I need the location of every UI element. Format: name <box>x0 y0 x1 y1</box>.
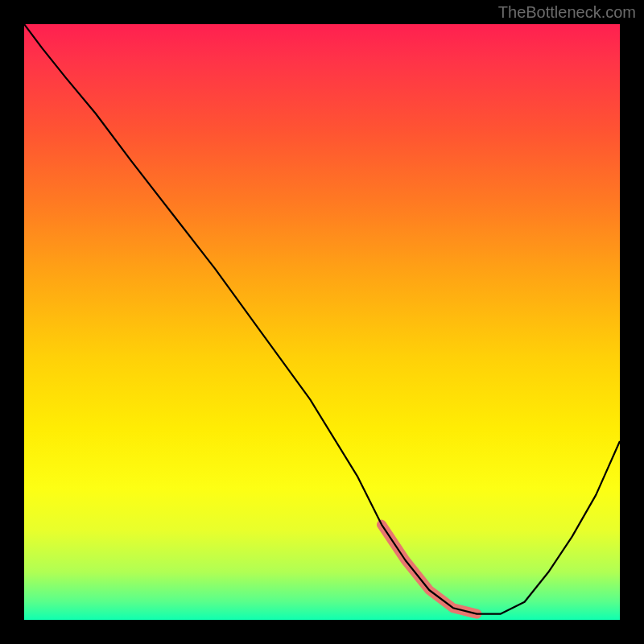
chart-overlay <box>24 24 620 620</box>
watermark-text: TheBottleneck.com <box>498 3 636 22</box>
curve-line <box>24 24 620 614</box>
highlight-segment <box>382 525 477 614</box>
plot-area <box>24 24 620 620</box>
